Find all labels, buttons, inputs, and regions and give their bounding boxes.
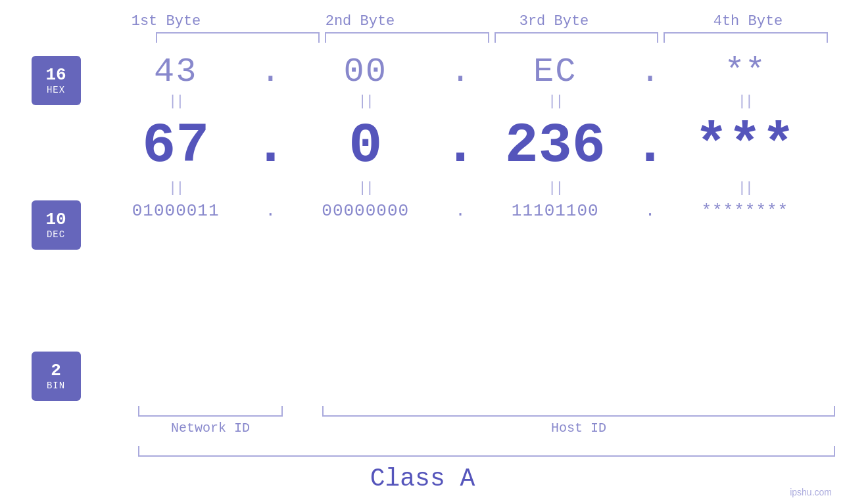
bracket-top-1 xyxy=(156,32,320,43)
eq1-cell3: || xyxy=(483,93,627,110)
byte1-header: 1st Byte xyxy=(94,13,239,30)
byte2-header: 2nd Byte xyxy=(288,13,433,30)
bin-badge: 2 BIN xyxy=(32,352,81,401)
hex-byte1-value: 43 xyxy=(154,53,197,91)
content-area: 16 HEX 10 DEC 2 BIN 43 . xyxy=(0,49,845,401)
bin-byte2-value: 00000000 xyxy=(322,201,409,221)
eq2-cell4: || xyxy=(673,180,817,196)
eq2-sign1: || xyxy=(168,180,183,196)
hex-badge-number: 16 xyxy=(45,66,66,85)
hex-byte1-cell: 43 xyxy=(103,53,248,91)
dec-dot1: . xyxy=(257,114,283,178)
dec-byte1-cell: 67 xyxy=(103,114,248,178)
hex-byte4-value: ** xyxy=(725,53,765,91)
dec-row: 67 . 0 . 236 . *** xyxy=(99,114,822,178)
bin-badge-label: BIN xyxy=(47,380,65,391)
class-bracket xyxy=(138,446,835,457)
dec-byte1-value: 67 xyxy=(142,114,209,178)
bin-dot2: . xyxy=(447,201,473,221)
equals-row-2: || || || || xyxy=(99,178,822,198)
bin-dot1: . xyxy=(257,201,283,221)
hex-byte3-cell: EC xyxy=(483,53,627,91)
bin-byte4-value: ******** xyxy=(701,201,788,221)
dec-badge-label: DEC xyxy=(47,229,65,240)
eq2-sign3: || xyxy=(548,180,562,196)
bracket-top-4 xyxy=(664,32,828,43)
byte4-header: 4th Byte xyxy=(676,13,821,30)
bottom-brackets-row xyxy=(138,406,835,417)
hex-byte3-value: EC xyxy=(533,53,577,91)
dec-badge-number: 10 xyxy=(45,210,66,229)
host-id-label: Host ID xyxy=(322,421,835,436)
bracket-top-3 xyxy=(495,32,659,43)
byte-headers: 1st Byte 2nd Byte 3rd Byte 4th Byte xyxy=(69,0,845,30)
hex-dot3: . xyxy=(637,53,664,91)
bin-byte3-cell: 11101100 xyxy=(483,201,627,221)
eq1-sign3: || xyxy=(548,93,562,110)
bracket-bottom-network xyxy=(138,406,283,417)
eq1-sign1: || xyxy=(168,93,183,110)
equals-row-1: || || || || xyxy=(99,91,822,111)
bin-row: 01000011 . 00000000 . 11101100 . xyxy=(99,201,822,221)
eq1-sign4: || xyxy=(738,93,752,110)
dec-byte2-cell: 0 xyxy=(293,114,438,178)
eq1-cell4: || xyxy=(673,93,817,110)
bin-byte1-value: 01000011 xyxy=(132,201,220,221)
dec-badge: 10 DEC xyxy=(32,200,81,250)
bracket-bottom-host xyxy=(322,406,835,417)
bin-byte1-cell: 01000011 xyxy=(103,201,248,221)
eq1-sign2: || xyxy=(358,93,373,110)
eq2-cell1: || xyxy=(103,180,248,196)
bin-byte4-cell: ******** xyxy=(673,201,817,221)
dec-byte3-cell: 236 xyxy=(483,114,627,178)
footer: ipshu.com xyxy=(790,487,832,497)
data-grid: 43 . 00 . EC . ** xyxy=(92,49,845,221)
hex-badge: 16 HEX xyxy=(32,56,81,105)
eq1-cell1: || xyxy=(103,93,248,110)
dec-byte3-value: 236 xyxy=(505,114,606,178)
network-id-label: Network ID xyxy=(138,421,283,436)
network-host-labels: Network ID Host ID xyxy=(138,421,835,436)
dec-dot3: . xyxy=(637,114,664,178)
dec-dot2: . xyxy=(447,114,473,178)
hex-byte2-value: 00 xyxy=(343,53,387,91)
dec-byte4-value: *** xyxy=(694,114,795,178)
bin-badge-number: 2 xyxy=(51,361,61,380)
hex-dot1: . xyxy=(257,53,283,91)
top-brackets xyxy=(153,32,831,43)
hex-badge-label: HEX xyxy=(47,85,65,95)
class-label: Class A xyxy=(0,465,845,493)
bin-byte3-value: 11101100 xyxy=(512,201,599,221)
bracket-top-2 xyxy=(325,32,489,43)
dec-byte4-cell: *** xyxy=(673,114,817,178)
hex-byte2-cell: 00 xyxy=(293,53,438,91)
eq2-sign4: || xyxy=(738,180,752,196)
eq1-cell2: || xyxy=(293,93,438,110)
bin-dot3: . xyxy=(637,201,664,221)
eq2-sign2: || xyxy=(358,180,373,196)
hex-dot2: . xyxy=(447,53,473,91)
bin-byte2-cell: 00000000 xyxy=(293,201,438,221)
main-container: 1st Byte 2nd Byte 3rd Byte 4th Byte 16 H… xyxy=(0,0,845,504)
dec-byte2-value: 0 xyxy=(349,114,382,178)
byte3-header: 3rd Byte xyxy=(482,13,627,30)
eq2-cell3: || xyxy=(483,180,627,196)
hex-byte4-cell: ** xyxy=(673,53,817,91)
hex-row: 43 . 00 . EC . ** xyxy=(99,53,822,91)
base-badges-column: 16 HEX 10 DEC 2 BIN xyxy=(0,49,92,401)
eq2-cell2: || xyxy=(293,180,438,196)
